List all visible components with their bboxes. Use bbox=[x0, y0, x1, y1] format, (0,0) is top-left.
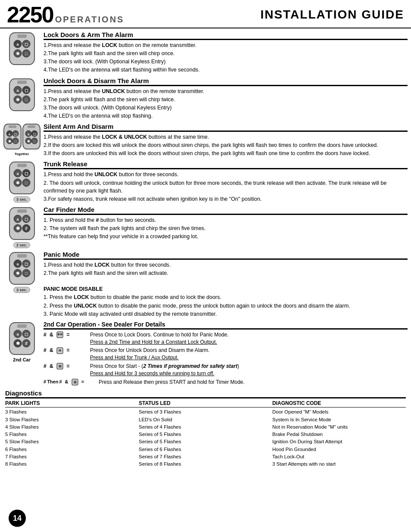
remote-fob-unlock: a ▢ ✱ □ bbox=[9, 78, 35, 112]
ops-table: # & = Press Once to Lock Doors. Continue… bbox=[44, 331, 408, 386]
lock-title: Lock Doors & Arm The Alarm bbox=[44, 31, 408, 40]
svg-rect-61 bbox=[17, 254, 27, 258]
panic-disable-1: 1. Press the LOCK button to disable the … bbox=[44, 293, 408, 301]
lock-section-content: Lock Doors & Arm The Alarm 1.Press and r… bbox=[40, 31, 408, 75]
carfinder-line-3: **This feature can help find your vehicl… bbox=[44, 233, 408, 240]
svg-rect-21 bbox=[9, 125, 16, 128]
sec-label-panic-3sec: 3 sec. bbox=[13, 287, 30, 293]
lock-line-2: 2.The park lights will flash and the sir… bbox=[44, 50, 408, 57]
svg-text:✱: ✱ bbox=[58, 364, 62, 369]
carfinder-line-1: 1. Press and hold the # button for two s… bbox=[44, 216, 408, 224]
diag-row-c1-1: 3 Flashes bbox=[5, 408, 139, 416]
header-logo: 2250 OPERATIONS bbox=[7, 3, 124, 26]
diag-row-c3-6: Hood Pin Grounded bbox=[272, 446, 406, 453]
second-car-label: 2nd Car bbox=[13, 357, 31, 362]
diag-row-c3-3: Not in Reservation Mode "M" units bbox=[272, 423, 406, 431]
svg-text:✱: ✱ bbox=[16, 180, 20, 185]
svg-text:□: □ bbox=[14, 140, 16, 143]
diag-col2-header: STATUS LED Series of 3 Flashes LED's On … bbox=[139, 400, 272, 468]
diag-row-c2-1: Series of 3 Flashes bbox=[139, 408, 272, 416]
diag-row-c3-2: System Is In Service Mode bbox=[272, 416, 406, 423]
silent-line-1: 1.Press and release the LOCK & UNLOCK bu… bbox=[44, 133, 408, 141]
carfinder-title: Car Finder Mode bbox=[44, 206, 408, 215]
svg-point-82 bbox=[60, 333, 62, 336]
diag-col3-header: DIAGNOSTIC CODE Door Opened "M" Models S… bbox=[272, 400, 406, 468]
svg-text:✱: ✱ bbox=[16, 97, 20, 102]
panic-disable-title: PANIC MODE DISABLE bbox=[44, 285, 408, 293]
diag-row-c1-3: 4 Slow Flashes bbox=[5, 423, 139, 431]
svg-text:▢: ▢ bbox=[24, 217, 28, 221]
svg-text:✱: ✱ bbox=[16, 271, 20, 276]
panic-line-2: 2.The park lights will flash and the sir… bbox=[44, 269, 408, 277]
diag-row-c1-4: 5 Flashes bbox=[5, 431, 139, 438]
section-diagnostics: Diagnostics PARK LIGHTS 3 Flashes 3 Slow… bbox=[3, 389, 408, 468]
unlock-body: 1.Press and release the UNLOCK button on… bbox=[44, 87, 408, 120]
svg-text:✱: ✱ bbox=[16, 226, 20, 231]
silent-title: Silent Arm And Disarm bbox=[44, 123, 408, 132]
trunk-line-2: 2. The doors will unlock, continue holdi… bbox=[44, 179, 408, 195]
sec-label-2sec: 2 sec. bbox=[13, 242, 30, 248]
svg-text:▢: ▢ bbox=[24, 42, 28, 47]
svg-text:✱: ✱ bbox=[16, 341, 20, 346]
diag-row-c3-7: Tach Lock-Out bbox=[272, 453, 406, 460]
ops-desc-3: Press Once for Start - (2 Times if progr… bbox=[90, 363, 408, 377]
diag-row-c1-7: 7 Flashes bbox=[5, 453, 139, 460]
remote-fob-silent: a ▢ ✱ □ a ▢ bbox=[3, 124, 40, 156]
silent-line-3: 3.If the doors are unlocked this will lo… bbox=[44, 149, 408, 157]
svg-text:✱: ✱ bbox=[16, 51, 20, 56]
silent-section-content: Silent Arm And Disarm 1.Press and releas… bbox=[40, 123, 408, 158]
trunk-body: 1.Press and hold the UNLOCK button for t… bbox=[44, 171, 408, 203]
second-car-icon-area: a ▢ ✱ # 2nd Car bbox=[3, 321, 40, 387]
main-content: a ▢ ✱ □ Lock Doors & Arm The Alarm 1.Pre… bbox=[0, 28, 411, 468]
diagnostics-table: PARK LIGHTS 3 Flashes 3 Slow Flashes 4 S… bbox=[5, 400, 406, 468]
trunk-icon-area: a ▢ ✱ □ 3 sec. bbox=[3, 160, 40, 203]
remote-fob-carfinder: a ▢ ✱ # 2 sec. bbox=[9, 207, 35, 248]
diag-row-c1-8: 8 Flashes bbox=[5, 460, 139, 468]
diag-row-c2-3: Series of 4 Flashes bbox=[139, 423, 272, 431]
carfinder-section-content: Car Finder Mode 1. Press and hold the # … bbox=[40, 206, 408, 248]
unlock-title: Unlock Doors & Disarm The Alarm bbox=[44, 77, 408, 86]
ops-key-3: # & ✱ = bbox=[44, 363, 87, 370]
carfinder-line-2: 2. The system will flash the park lights… bbox=[44, 224, 408, 232]
logo-number: 2250 bbox=[7, 3, 53, 26]
diag-row-c1-6: 6 Flashes bbox=[5, 446, 139, 453]
diag-row-c2-7: Series of 7 Flashes bbox=[139, 453, 272, 460]
svg-rect-41 bbox=[17, 164, 27, 167]
svg-text:#: # bbox=[25, 226, 28, 231]
diag-row-c1-5: 5 Slow Flashes bbox=[5, 438, 139, 445]
carfinder-icon-area: a ▢ ✱ # 2 sec. bbox=[3, 206, 40, 248]
svg-text:□: □ bbox=[33, 140, 35, 143]
diag-row-c1-2: 3 Slow Flashes bbox=[5, 416, 139, 423]
section-panic: a ▢ ✱ □ 3 sec. Panic Mode 1.Press and ho… bbox=[3, 251, 408, 318]
section-silent: a ▢ ✱ □ a ▢ bbox=[3, 123, 408, 158]
svg-text:▢: ▢ bbox=[24, 171, 28, 176]
silent-icon-area: a ▢ ✱ □ a ▢ bbox=[3, 123, 40, 158]
panic-disable-3: 3. Panic Mode will stay activated until … bbox=[44, 310, 408, 318]
svg-text:□: □ bbox=[25, 97, 27, 102]
svg-text:✱: ✱ bbox=[73, 380, 77, 385]
ops-key-1: # & = bbox=[44, 331, 87, 339]
panic-line-1: 1.Press and hold the LOCK button for thr… bbox=[44, 261, 408, 269]
svg-text:▢: ▢ bbox=[24, 262, 28, 266]
silent-body: 1.Press and release the LOCK & UNLOCK bu… bbox=[44, 133, 408, 157]
section-lock: a ▢ ✱ □ Lock Doors & Arm The Alarm 1.Pre… bbox=[3, 31, 408, 75]
trunk-section-content: Trunk Release 1.Press and hold the UNLOC… bbox=[40, 160, 408, 203]
silent-line-2: 2.If the doors are locked this will unlo… bbox=[44, 141, 408, 149]
unlock-line-1: 1.Press and release the UNLOCK button on… bbox=[44, 87, 408, 95]
page-header: 2250 OPERATIONS INSTALLATION GUIDE bbox=[0, 0, 411, 28]
diag-row-c3-1: Door Opened "M" Models bbox=[272, 408, 406, 416]
sec-label-3sec: 3 sec. bbox=[13, 196, 30, 202]
unlock-line-2: 2.The park lights will flash and the sir… bbox=[44, 96, 408, 103]
lock-line-4: 4.The LED's on the antenna will start fl… bbox=[44, 66, 408, 74]
svg-text:▢: ▢ bbox=[33, 133, 36, 136]
diag-row-c2-2: LED's On Solid bbox=[139, 416, 272, 423]
unlock-line-3: 3.The doors will unlock. (With Optional … bbox=[44, 104, 408, 112]
second-car-title: 2nd Car Operation - See Dealer For Detai… bbox=[44, 321, 408, 330]
svg-text:□: □ bbox=[25, 180, 27, 185]
ops-row-2: # & a = Press Once for Unlock Doors and … bbox=[44, 347, 408, 361]
unlock-icon-area: a ▢ ✱ □ bbox=[3, 77, 40, 121]
lock-line-3: 3.The doors will lock. (With Optional Ke… bbox=[44, 58, 408, 65]
svg-rect-31 bbox=[28, 125, 35, 128]
ops-desc-1: Press Once to Lock Doors. Continue to ho… bbox=[90, 331, 408, 346]
svg-rect-51 bbox=[17, 209, 27, 213]
